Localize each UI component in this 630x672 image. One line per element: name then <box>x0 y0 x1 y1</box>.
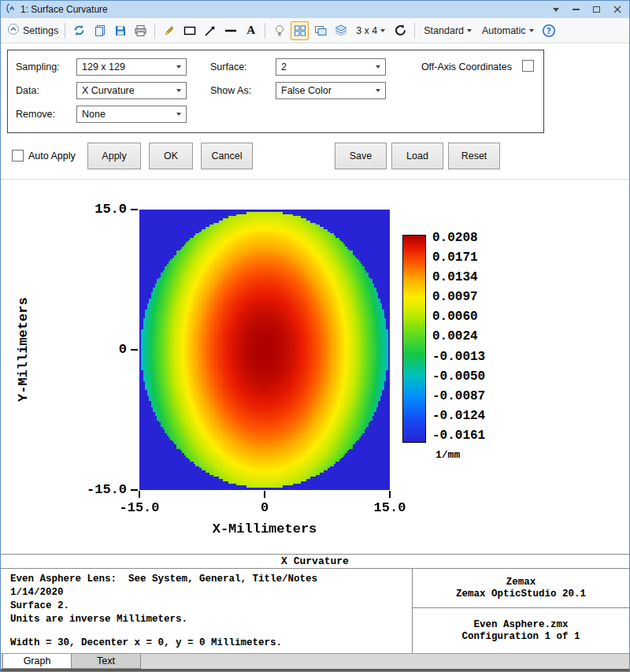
automatic-dropdown[interactable]: Automatic <box>478 21 538 40</box>
colorbar-tick: -0.0161 <box>432 428 485 444</box>
footer-right-panel: Zemax Zemax OpticStudio 20.1 Even Aspher… <box>412 569 629 653</box>
chevron-down-icon <box>467 29 472 32</box>
colorbar-tick: 0.0171 <box>432 250 485 265</box>
apply-button[interactable]: Apply <box>87 143 141 169</box>
toolbar-separator <box>154 23 155 39</box>
history-icon[interactable] <box>391 21 410 40</box>
minimize-button[interactable] <box>568 2 584 17</box>
footer-file-name: Even Asphere.zmx <box>473 619 568 630</box>
showas-dropdown[interactable]: False Color <box>276 82 386 99</box>
plot-area: Y-Millimeters 15.0 0 -15.0 -15.0 0 15.0 … <box>1 179 629 554</box>
sampling-label: Sampling: <box>16 61 60 72</box>
svg-text:?: ? <box>547 26 551 35</box>
standard-dropdown[interactable]: Standard <box>420 21 476 40</box>
grid-view-icon[interactable] <box>291 21 309 40</box>
y-axis-label: Y-Millimeters <box>13 210 32 490</box>
window-menu-caret-icon[interactable] <box>547 2 564 17</box>
line-tool-icon[interactable] <box>221 21 239 40</box>
settings-box: Sampling: 129 x 129 Surface: 2 Off-Axis … <box>7 50 544 133</box>
toolbar-separator <box>414 23 415 39</box>
footer-line-gap <box>10 627 412 637</box>
axis-tick-mark <box>139 491 140 498</box>
pencil-annotate-icon[interactable] <box>160 21 178 40</box>
titlebar[interactable]: 1: Surface Curvature <box>1 1 629 18</box>
plot-title: X Curvature <box>1 554 629 568</box>
settings-panel: Sampling: 129 x 129 Surface: 2 Off-Axis … <box>1 43 629 179</box>
offaxis-label: Off-Axis Coordinates <box>421 61 512 72</box>
footer-line: Width = 30, Decenter x = 0, y = 0 Millim… <box>10 637 412 651</box>
save-button[interactable]: Save <box>335 143 387 169</box>
reset-button[interactable]: Reset <box>448 143 500 169</box>
rectangle-tool-icon[interactable] <box>180 21 198 40</box>
colorbar-tick: -0.0087 <box>432 388 485 404</box>
text-tool-icon[interactable]: A <box>242 21 260 40</box>
showas-label: Show As: <box>210 85 251 96</box>
tab-graph[interactable]: Graph <box>2 654 72 669</box>
layout-size-dropdown[interactable]: 3 x 4 <box>352 21 389 40</box>
y-tick-label: 15.0 <box>76 202 127 217</box>
analysis-window-icon <box>5 2 17 17</box>
close-button[interactable] <box>609 2 625 17</box>
layers-icon[interactable] <box>332 21 350 40</box>
colorbar-canvas <box>403 236 425 442</box>
chevron-down-icon <box>176 65 181 69</box>
colorbar <box>402 235 426 443</box>
tab-text[interactable]: Text <box>72 654 141 669</box>
ok-button[interactable]: OK <box>149 143 193 169</box>
maximize-button[interactable] <box>588 2 605 17</box>
chevron-up-circle-icon <box>7 23 20 39</box>
axis-tick-mark <box>131 489 138 491</box>
colorbar-tick: 0.0134 <box>432 269 485 285</box>
footer-app-block: Zemax Zemax OpticStudio 20.1 <box>413 569 629 608</box>
chevron-down-icon <box>380 29 385 32</box>
footer-line: Surface 2. <box>10 600 412 614</box>
surface-curvature-window: 1: Surface Curvature Settings <box>0 0 630 672</box>
copy-icon[interactable] <box>91 21 109 40</box>
help-icon[interactable]: ? <box>540 21 558 40</box>
chevron-down-icon <box>176 113 181 116</box>
cancel-button[interactable]: Cancel <box>201 143 253 169</box>
chevron-down-icon <box>529 29 534 32</box>
tab-bar: Graph Text <box>1 653 629 671</box>
footer: Even Asphere Lens: See System, General, … <box>1 568 629 653</box>
arrow-tool-icon[interactable] <box>201 21 219 40</box>
sampling-dropdown[interactable]: 129 x 129 <box>76 58 187 76</box>
load-button[interactable]: Load <box>391 143 443 169</box>
settings-toggle-button[interactable]: Settings <box>6 21 60 40</box>
remove-label: Remove: <box>16 109 55 120</box>
remove-dropdown[interactable]: None <box>76 106 187 123</box>
axis-tick-mark <box>264 491 265 498</box>
footer-left-text: Even Asphere Lens: See System, General, … <box>1 569 412 653</box>
colorbar-tick: -0.0050 <box>432 369 485 384</box>
lamp-icon[interactable] <box>270 21 288 40</box>
auto-apply-control[interactable]: Auto Apply <box>12 150 76 162</box>
footer-app-name: Zemax <box>506 577 536 588</box>
clone-window-icon[interactable] <box>311 21 329 40</box>
axis-tick-mark <box>131 349 138 351</box>
colorbar-tick-labels: 0.0208 0.0171 0.0134 0.0097 0.0060 0.002… <box>432 230 485 444</box>
save-icon[interactable] <box>111 21 129 40</box>
footer-configuration: Configuration 1 of 1 <box>461 631 580 642</box>
footer-line: Units are inverse Millimeters. <box>10 614 412 627</box>
footer-app-version: Zemax OpticStudio 20.1 <box>456 588 586 600</box>
axis-tick-mark <box>389 491 391 498</box>
offaxis-checkbox[interactable] <box>522 60 534 72</box>
heatmap-canvas <box>139 210 390 490</box>
x-tick-label: 15.0 <box>362 500 417 515</box>
axis-tick-mark <box>131 209 138 210</box>
y-tick-label: -15.0 <box>76 482 127 498</box>
chevron-down-icon <box>176 89 181 92</box>
toolbar: Settings A <box>1 18 629 43</box>
data-label: Data: <box>16 85 39 96</box>
auto-apply-checkbox[interactable] <box>12 150 24 162</box>
footer-line: 1/14/2020 <box>10 587 412 600</box>
surface-dropdown[interactable]: 2 <box>276 58 386 76</box>
footer-file-block: Even Asphere.zmx Configuration 1 of 1 <box>413 608 629 653</box>
window-bottom-edge <box>1 669 629 671</box>
data-dropdown[interactable]: X Curvature <box>76 82 187 99</box>
refresh-icon[interactable] <box>70 21 88 40</box>
settings-label: Settings <box>23 25 58 36</box>
print-icon[interactable] <box>132 21 150 40</box>
x-tick-label: -15.0 <box>112 500 167 515</box>
x-tick-label: 0 <box>237 500 292 515</box>
